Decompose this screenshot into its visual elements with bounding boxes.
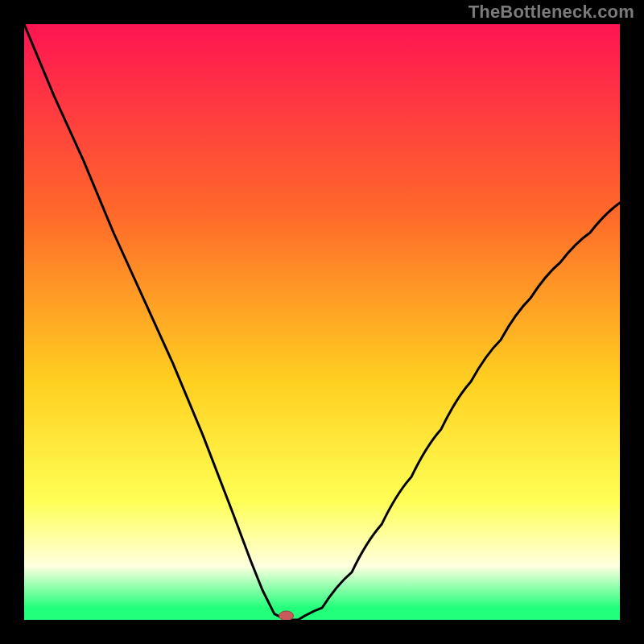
watermark-text: TheBottleneck.com: [469, 2, 634, 23]
plot-area: [24, 24, 620, 620]
minimum-marker: [279, 611, 294, 620]
chart-outer-frame: TheBottleneck.com: [0, 0, 644, 644]
gradient-rect: [24, 24, 620, 620]
plot-svg: [24, 24, 620, 620]
